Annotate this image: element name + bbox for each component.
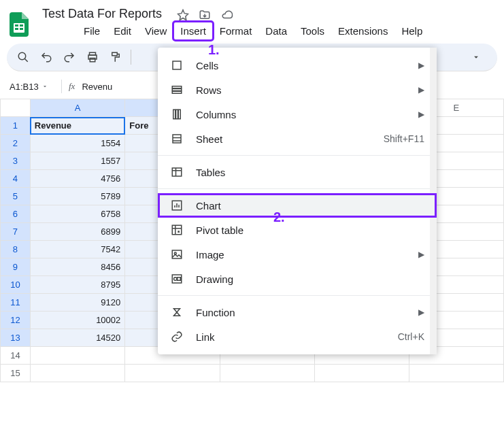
menu-format[interactable]: Format xyxy=(214,22,258,39)
menu-item-label: Columns xyxy=(196,109,406,120)
cell-A2[interactable]: 1554 xyxy=(30,135,124,152)
col-head-A[interactable]: A xyxy=(30,99,124,117)
row-head-3[interactable]: 3 xyxy=(1,152,31,170)
row-head-12[interactable]: 12 xyxy=(1,312,31,329)
row-head-13[interactable]: 13 xyxy=(1,329,31,347)
svg-rect-20 xyxy=(172,225,182,235)
row-head-8[interactable]: 8 xyxy=(1,241,31,258)
svg-rect-17 xyxy=(173,135,181,143)
menu-file[interactable]: File xyxy=(78,22,106,39)
menu-shortcut: Shift+F11 xyxy=(384,133,424,144)
menu-view[interactable]: View xyxy=(139,22,173,39)
cell-A6[interactable]: 6758 xyxy=(30,205,124,223)
menu-item-sheet[interactable]: SheetShift+F11 xyxy=(158,127,437,151)
cell-A15[interactable] xyxy=(30,365,124,382)
sheets-logo-icon[interactable] xyxy=(8,11,30,38)
row-head-9[interactable]: 9 xyxy=(1,258,31,276)
row-head-6[interactable]: 6 xyxy=(1,205,31,223)
paint-format-icon[interactable] xyxy=(106,48,125,67)
svg-rect-4 xyxy=(20,28,23,30)
svg-rect-10 xyxy=(173,61,181,69)
menu-item-label: Image xyxy=(196,249,406,261)
menu-insert[interactable]: Insert xyxy=(174,22,212,39)
menu-item-function[interactable]: Function▶ xyxy=(158,300,437,324)
star-icon[interactable] xyxy=(177,9,189,21)
submenu-arrow-icon: ▶ xyxy=(418,307,424,317)
menu-data[interactable]: Data xyxy=(259,22,293,39)
cell-E15[interactable] xyxy=(409,365,503,382)
svg-rect-14 xyxy=(173,110,175,119)
sheet-icon xyxy=(170,132,184,146)
pivot-icon xyxy=(170,223,184,237)
menu-edit[interactable]: Edit xyxy=(107,22,137,39)
svg-rect-12 xyxy=(172,89,182,91)
menu-tools[interactable]: Tools xyxy=(295,22,331,39)
menu-item-label: Sheet xyxy=(196,133,371,145)
row-head-2[interactable]: 2 xyxy=(1,135,31,152)
select-all-corner[interactable] xyxy=(1,99,31,117)
row-head-5[interactable]: 5 xyxy=(1,188,31,205)
cell-D15[interactable] xyxy=(314,365,409,382)
submenu-arrow-icon: ▶ xyxy=(418,61,424,70)
menu-item-cells[interactable]: Cells▶ xyxy=(158,53,437,78)
menu-item-link[interactable]: LinkCtrl+K xyxy=(158,324,437,349)
menu-help[interactable]: Help xyxy=(395,22,429,39)
cell-A5[interactable]: 5789 xyxy=(30,188,124,205)
cell-A13[interactable]: 14520 xyxy=(30,329,124,347)
cell-A8[interactable]: 7542 xyxy=(30,241,124,258)
menu-item-label: Drawing xyxy=(196,273,424,285)
menu-item-drawing[interactable]: Drawing xyxy=(158,267,437,291)
cell-C15[interactable] xyxy=(220,365,314,382)
row-head-1[interactable]: 1 xyxy=(1,117,31,135)
row-head-4[interactable]: 4 xyxy=(1,170,31,188)
row-head-7[interactable]: 7 xyxy=(1,223,31,241)
menu-item-label: Tables xyxy=(196,167,424,178)
row-head-11[interactable]: 11 xyxy=(1,294,31,312)
svg-rect-2 xyxy=(20,24,23,27)
cell-A14[interactable] xyxy=(30,347,124,365)
menu-item-chart[interactable]: Chart xyxy=(158,193,437,218)
menu-item-label: Pivot table xyxy=(196,224,424,236)
submenu-arrow-icon: ▶ xyxy=(418,85,424,95)
function-icon xyxy=(170,305,184,319)
row-head-15[interactable]: 15 xyxy=(1,365,31,382)
menu-item-label: Cells xyxy=(196,60,406,71)
submenu-arrow-icon: ▶ xyxy=(418,110,424,119)
menu-extensions[interactable]: Extensions xyxy=(332,22,394,39)
menu-item-label: Chart xyxy=(196,200,424,212)
redo-icon[interactable] xyxy=(60,48,79,67)
formula-input[interactable]: Revenu xyxy=(82,82,112,92)
cell-A9[interactable]: 8456 xyxy=(30,258,124,276)
cell-A1[interactable]: Revenue xyxy=(30,117,124,135)
svg-rect-9 xyxy=(112,52,118,56)
cell-A12[interactable]: 10002 xyxy=(30,312,124,329)
cell-A3[interactable]: 1557 xyxy=(30,152,124,170)
cell-A4[interactable]: 4756 xyxy=(30,170,124,188)
drawing-icon xyxy=(170,272,184,286)
document-title[interactable]: Test Data For Reports xyxy=(38,5,166,22)
cell-A7[interactable]: 6899 xyxy=(30,223,124,241)
link-icon xyxy=(170,330,184,343)
columns-icon xyxy=(170,107,184,121)
toolbar-more-icon[interactable] xyxy=(471,48,490,67)
svg-rect-18 xyxy=(172,168,182,176)
menu-item-rows[interactable]: Rows▶ xyxy=(158,78,437,102)
move-icon[interactable] xyxy=(199,9,211,21)
submenu-arrow-icon: ▶ xyxy=(418,250,424,259)
cell-A11[interactable]: 9120 xyxy=(30,294,124,312)
row-head-14[interactable]: 14 xyxy=(1,347,31,365)
search-menus-icon[interactable] xyxy=(14,48,33,67)
tables-icon xyxy=(170,165,184,179)
menu-item-columns[interactable]: Columns▶ xyxy=(158,102,437,127)
undo-icon[interactable] xyxy=(37,48,56,67)
name-box[interactable]: A1:B13 xyxy=(7,80,54,93)
menu-item-image[interactable]: Image▶ xyxy=(158,242,437,267)
cell-A10[interactable]: 8795 xyxy=(30,276,124,294)
cloud-status-icon[interactable] xyxy=(220,9,234,21)
svg-rect-1 xyxy=(15,24,18,27)
menu-item-tables[interactable]: Tables xyxy=(158,160,437,184)
print-icon[interactable] xyxy=(83,48,102,67)
row-head-10[interactable]: 10 xyxy=(1,276,31,294)
cell-B15[interactable] xyxy=(125,365,220,382)
menu-item-pivot-table[interactable]: Pivot table xyxy=(158,218,437,242)
